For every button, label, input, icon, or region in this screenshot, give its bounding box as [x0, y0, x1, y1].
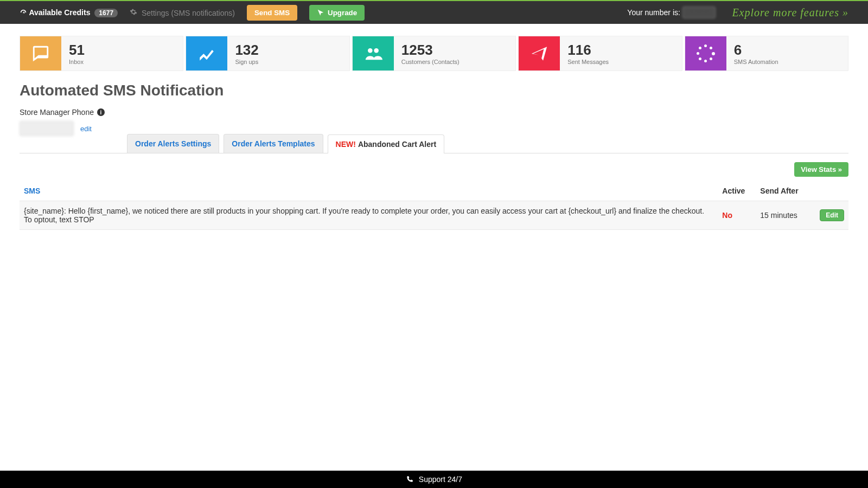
stat-card-sent[interactable]: 116 Sent Messages — [518, 36, 682, 71]
th-send-after: Send After — [756, 181, 815, 201]
spinner-icon — [685, 36, 726, 70]
available-credits[interactable]: Available Credits 1677 — [20, 8, 118, 17]
explore-features-link[interactable]: Explore more features » — [732, 7, 848, 19]
view-stats-row: View Stats » — [20, 162, 848, 177]
th-actions — [815, 181, 848, 201]
th-active: Active — [718, 181, 756, 201]
tab-order-alerts-settings[interactable]: Order Alerts Settings — [127, 134, 219, 153]
stat-label: Inbox — [69, 59, 85, 65]
settings-link[interactable]: Settings (SMS notifications) — [130, 8, 235, 17]
view-stats-button[interactable]: View Stats » — [794, 162, 848, 177]
send-after: 15 minutes — [756, 201, 815, 230]
stat-label: Sent Messages — [567, 59, 609, 65]
tabs: Order Alerts Settings Order Alerts Templ… — [20, 134, 848, 153]
chat-icon — [20, 36, 61, 70]
sms-text: {site_name}: Hello {first_name}, we noti… — [20, 201, 718, 230]
credits-badge: 1677 — [94, 9, 118, 17]
store-phone-label: Store Manager Phone i — [20, 108, 848, 117]
main-content: 51 Inbox 132 Sign ups 1253 Customers (Co… — [0, 24, 868, 230]
cursor-icon — [317, 9, 324, 16]
store-phone-value: ********** — [20, 121, 74, 136]
stats-row: 51 Inbox 132 Sign ups 1253 Customers (Co… — [20, 36, 848, 71]
table-row: {site_name}: Hello {first_name}, we noti… — [20, 201, 848, 230]
send-icon — [519, 36, 560, 70]
gear-icon — [130, 9, 139, 17]
edit-row-button[interactable]: Edit — [820, 209, 844, 221]
trend-icon — [186, 36, 227, 70]
upgrade-button[interactable]: Upgrade — [309, 5, 365, 21]
stat-card-inbox[interactable]: 51 Inbox — [20, 36, 183, 71]
page-title: Automated SMS Notification — [20, 82, 848, 99]
info-icon[interactable]: i — [97, 108, 105, 116]
stat-value: 51 — [69, 42, 85, 59]
stat-value: 1253 — [401, 42, 459, 59]
svg-point-0 — [368, 48, 373, 53]
edit-phone-link[interactable]: edit — [80, 125, 92, 133]
active-status: No — [718, 201, 756, 230]
stat-label: SMS Automation — [734, 59, 778, 65]
tab-order-alerts-templates[interactable]: Order Alerts Templates — [224, 134, 323, 153]
upgrade-label: Upgrade — [328, 9, 357, 17]
svg-point-1 — [374, 48, 379, 53]
stat-card-customers[interactable]: 1253 Customers (Contacts) — [352, 36, 516, 71]
topbar-left: Available Credits 1677 Settings (SMS not… — [20, 5, 365, 21]
stat-label: Sign ups — [235, 59, 258, 65]
your-number-label: Your number is: — [627, 8, 680, 17]
send-sms-button[interactable]: Send SMS — [247, 5, 297, 21]
tab-abandoned-cart-alert[interactable]: NEW!Abandoned Cart Alert — [328, 134, 444, 153]
stat-value: 132 — [235, 42, 258, 59]
stat-value: 116 — [567, 42, 609, 59]
your-number: Your number is: ******** — [627, 7, 716, 18]
stat-value: 6 — [734, 42, 778, 59]
topbar-right: Your number is: ******** Explore more fe… — [627, 7, 848, 19]
stat-card-automation[interactable]: 6 SMS Automation — [685, 36, 848, 71]
new-badge: NEW! — [336, 140, 356, 149]
stat-label: Customers (Contacts) — [401, 59, 459, 65]
credits-label: Available Credits — [29, 8, 90, 17]
th-sms[interactable]: SMS — [20, 181, 718, 201]
topbar: Available Credits 1677 Settings (SMS not… — [0, 0, 868, 24]
dashboard-icon — [20, 9, 27, 16]
sms-table: SMS Active Send After {site_name}: Hello… — [20, 181, 848, 230]
stat-card-signups[interactable]: 132 Sign ups — [186, 36, 349, 71]
your-number-value: ******** — [682, 7, 716, 18]
settings-label: Settings (SMS notifications) — [142, 9, 235, 17]
users-icon — [353, 36, 394, 70]
